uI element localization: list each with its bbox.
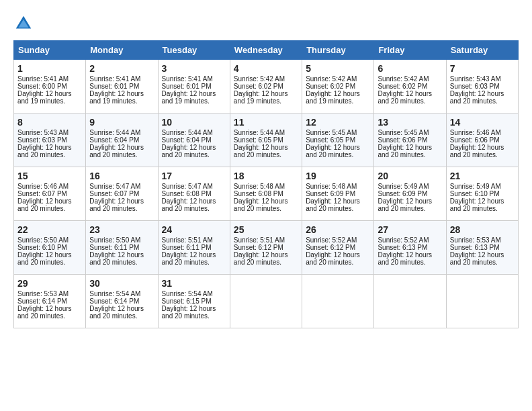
sunrise-text: Sunrise: 5:47 AM	[89, 183, 140, 190]
calendar-cell: 1Sunrise: 5:41 AMSunset: 6:00 PMDaylight…	[14, 60, 86, 113]
calendar-header-row: SundayMondayTuesdayWednesdayThursdayFrid…	[14, 41, 519, 60]
sunset-text: Sunset: 6:00 PM	[17, 83, 67, 90]
calendar-cell: 18Sunrise: 5:48 AMSunset: 6:08 PMDayligh…	[230, 167, 302, 221]
calendar-cell: 16Sunrise: 5:47 AMSunset: 6:07 PMDayligh…	[86, 167, 158, 221]
day-number: 1	[17, 63, 82, 74]
sunrise-text: Sunrise: 5:45 AM	[378, 129, 429, 136]
day-number: 23	[89, 224, 154, 235]
day-number: 9	[89, 117, 154, 128]
daylight-text: Daylight: 12 hours and 20 minutes.	[17, 305, 72, 320]
calendar-cell: 13Sunrise: 5:45 AMSunset: 6:06 PMDayligh…	[374, 113, 446, 167]
daylight-text: Daylight: 12 hours and 20 minutes.	[450, 144, 504, 158]
sunrise-text: Sunrise: 5:42 AM	[306, 75, 357, 83]
sunrise-text: Sunrise: 5:49 AM	[378, 183, 429, 190]
day-number: 6	[378, 63, 442, 74]
page-header	[13, 13, 519, 34]
calendar-week-row: 1Sunrise: 5:41 AMSunset: 6:00 PMDaylight…	[14, 60, 519, 113]
daylight-text: Daylight: 12 hours and 19 minutes.	[234, 90, 288, 105]
daylight-text: Daylight: 12 hours and 20 minutes.	[162, 251, 216, 266]
calendar-cell: 12Sunrise: 5:45 AMSunset: 6:05 PMDayligh…	[302, 113, 374, 167]
sunset-text: Sunset: 6:06 PM	[450, 136, 500, 144]
daylight-text: Daylight: 12 hours and 20 minutes.	[234, 251, 288, 266]
day-number: 11	[234, 117, 298, 128]
sunrise-text: Sunrise: 5:53 AM	[17, 290, 69, 298]
daylight-text: Daylight: 12 hours and 20 minutes.	[306, 144, 360, 158]
sunset-text: Sunset: 6:09 PM	[378, 190, 427, 197]
calendar-week-row: 29Sunrise: 5:53 AMSunset: 6:14 PMDayligh…	[14, 275, 519, 328]
calendar-week-row: 8Sunrise: 5:43 AMSunset: 6:03 PMDaylight…	[14, 113, 519, 167]
daylight-text: Daylight: 12 hours and 20 minutes.	[378, 251, 432, 266]
sunset-text: Sunset: 6:11 PM	[89, 244, 139, 251]
day-number: 14	[450, 117, 515, 128]
sunset-text: Sunset: 6:05 PM	[234, 136, 283, 144]
sunrise-text: Sunrise: 5:46 AM	[450, 129, 501, 136]
sunrise-text: Sunrise: 5:50 AM	[17, 236, 69, 244]
day-number: 28	[450, 224, 515, 235]
calendar-cell: 14Sunrise: 5:46 AMSunset: 6:06 PMDayligh…	[446, 113, 518, 167]
daylight-text: Daylight: 12 hours and 19 minutes.	[306, 90, 360, 105]
day-number: 25	[234, 224, 298, 235]
daylight-text: Daylight: 12 hours and 20 minutes.	[234, 197, 288, 212]
daylight-text: Daylight: 12 hours and 20 minutes.	[89, 251, 144, 266]
day-number: 8	[17, 117, 82, 128]
sunrise-text: Sunrise: 5:52 AM	[378, 236, 429, 244]
daylight-text: Daylight: 12 hours and 20 minutes.	[17, 197, 72, 212]
calendar-cell: 19Sunrise: 5:48 AMSunset: 6:09 PMDayligh…	[302, 167, 374, 221]
day-number: 3	[162, 63, 226, 74]
calendar-cell	[446, 275, 518, 328]
sunrise-text: Sunrise: 5:45 AM	[306, 129, 357, 136]
calendar-week-row: 22Sunrise: 5:50 AMSunset: 6:10 PMDayligh…	[14, 221, 519, 275]
calendar-cell: 29Sunrise: 5:53 AMSunset: 6:14 PMDayligh…	[14, 275, 86, 328]
sunrise-text: Sunrise: 5:41 AM	[89, 75, 140, 83]
column-header-wednesday: Wednesday	[230, 41, 302, 60]
sunset-text: Sunset: 6:10 PM	[450, 190, 500, 197]
sunrise-text: Sunrise: 5:43 AM	[450, 75, 501, 83]
sunset-text: Sunset: 6:12 PM	[234, 244, 283, 251]
calendar-cell: 11Sunrise: 5:44 AMSunset: 6:05 PMDayligh…	[230, 113, 302, 167]
calendar-cell: 7Sunrise: 5:43 AMSunset: 6:03 PMDaylight…	[446, 60, 518, 113]
daylight-text: Daylight: 12 hours and 20 minutes.	[450, 251, 504, 266]
day-number: 30	[89, 278, 154, 289]
day-number: 15	[17, 171, 82, 181]
calendar-cell: 28Sunrise: 5:53 AMSunset: 6:13 PMDayligh…	[446, 221, 518, 275]
sunset-text: Sunset: 6:05 PM	[306, 136, 355, 144]
sunrise-text: Sunrise: 5:46 AM	[17, 183, 69, 190]
day-number: 29	[17, 278, 82, 289]
calendar-week-row: 15Sunrise: 5:46 AMSunset: 6:07 PMDayligh…	[14, 167, 519, 221]
sunset-text: Sunset: 6:14 PM	[89, 298, 139, 305]
daylight-text: Daylight: 12 hours and 20 minutes.	[378, 90, 432, 105]
daylight-text: Daylight: 12 hours and 20 minutes.	[234, 144, 288, 158]
sunset-text: Sunset: 6:02 PM	[378, 83, 427, 90]
sunset-text: Sunset: 6:03 PM	[17, 136, 67, 144]
daylight-text: Daylight: 12 hours and 20 minutes.	[17, 251, 72, 266]
calendar-cell: 9Sunrise: 5:44 AMSunset: 6:04 PMDaylight…	[86, 113, 158, 167]
day-number: 27	[378, 224, 442, 235]
sunset-text: Sunset: 6:11 PM	[162, 244, 212, 251]
day-number: 21	[450, 171, 515, 181]
sunset-text: Sunset: 6:08 PM	[234, 190, 283, 197]
column-header-saturday: Saturday	[446, 41, 518, 60]
calendar-cell: 25Sunrise: 5:51 AMSunset: 6:12 PMDayligh…	[230, 221, 302, 275]
sunset-text: Sunset: 6:15 PM	[162, 298, 212, 305]
daylight-text: Daylight: 12 hours and 20 minutes.	[89, 305, 144, 320]
calendar-cell: 6Sunrise: 5:42 AMSunset: 6:02 PMDaylight…	[374, 60, 446, 113]
calendar-cell: 3Sunrise: 5:41 AMSunset: 6:01 PMDaylight…	[158, 60, 230, 113]
calendar-cell: 2Sunrise: 5:41 AMSunset: 6:01 PMDaylight…	[86, 60, 158, 113]
sunrise-text: Sunrise: 5:41 AM	[162, 75, 213, 83]
day-number: 12	[306, 117, 370, 128]
sunrise-text: Sunrise: 5:49 AM	[450, 183, 501, 190]
calendar-cell: 26Sunrise: 5:52 AMSunset: 6:12 PMDayligh…	[302, 221, 374, 275]
sunset-text: Sunset: 6:12 PM	[306, 244, 355, 251]
sunrise-text: Sunrise: 5:44 AM	[89, 129, 140, 136]
sunrise-text: Sunrise: 5:51 AM	[162, 236, 213, 244]
calendar-cell: 15Sunrise: 5:46 AMSunset: 6:07 PMDayligh…	[14, 167, 86, 221]
daylight-text: Daylight: 12 hours and 19 minutes.	[89, 90, 144, 105]
column-header-sunday: Sunday	[14, 41, 86, 60]
day-number: 17	[162, 171, 226, 181]
sunrise-text: Sunrise: 5:52 AM	[306, 236, 357, 244]
sunrise-text: Sunrise: 5:42 AM	[378, 75, 429, 83]
sunrise-text: Sunrise: 5:54 AM	[162, 290, 213, 298]
day-number: 26	[306, 224, 370, 235]
calendar-cell: 23Sunrise: 5:50 AMSunset: 6:11 PMDayligh…	[86, 221, 158, 275]
sunset-text: Sunset: 6:10 PM	[17, 244, 67, 251]
